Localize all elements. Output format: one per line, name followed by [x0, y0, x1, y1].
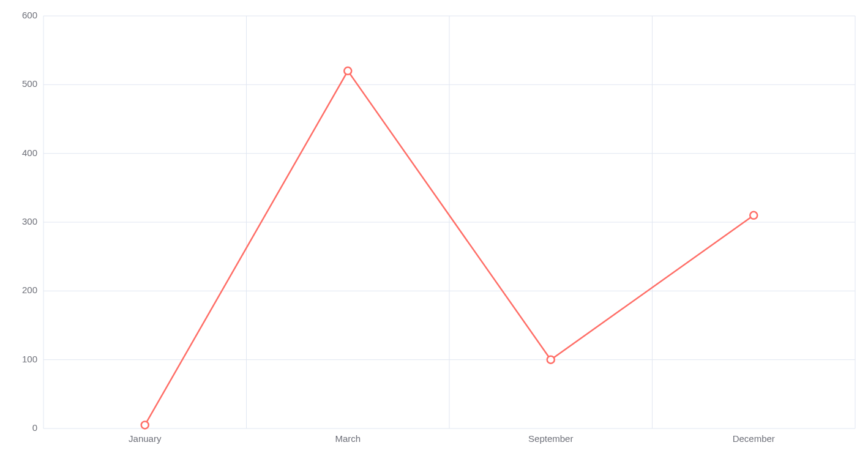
x-tick-label: January [129, 433, 162, 444]
x-tick-label: March [335, 433, 361, 444]
y-tick-label: 500 [22, 78, 37, 89]
data-point[interactable] [141, 421, 149, 428]
x-tick-label: December [733, 433, 775, 444]
line-chart: 0100200300400500600JanuaryMarchSeptember… [0, 0, 868, 456]
chart-svg: 0100200300400500600JanuaryMarchSeptember… [0, 0, 868, 456]
y-tick-label: 0 [32, 422, 37, 433]
y-tick-label: 300 [22, 216, 37, 226]
x-tick-label: September [528, 433, 573, 444]
data-point[interactable] [750, 212, 757, 219]
data-point[interactable] [547, 356, 555, 364]
y-tick-label: 400 [22, 148, 37, 158]
y-tick-label: 600 [22, 10, 37, 20]
data-point[interactable] [344, 67, 351, 75]
y-tick-label: 200 [22, 285, 37, 295]
y-tick-label: 100 [22, 354, 37, 364]
